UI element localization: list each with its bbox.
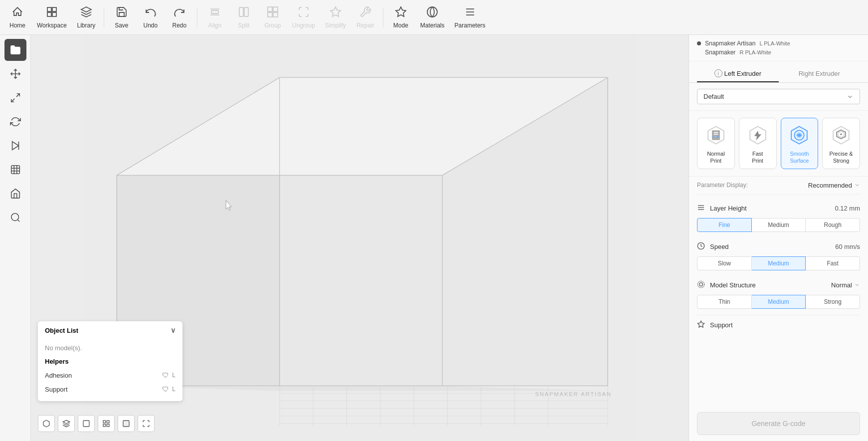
support-icon: [697, 320, 707, 330]
device-indicator: [697, 41, 701, 45]
vp-btn-solid[interactable]: [118, 415, 135, 432]
toolbar-workspace[interactable]: Workspace: [33, 4, 71, 31]
toolbar-home[interactable]: Home: [4, 4, 31, 31]
svg-rect-61: [103, 424, 106, 427]
tab-left-extruder[interactable]: i Left Extruder: [697, 65, 779, 82]
mode-fast-print[interactable]: FastPrint: [739, 118, 777, 169]
toolbar: Home Workspace Library Save: [0, 0, 868, 35]
layer-height-row: Layer Height 0.12 mm: [697, 200, 860, 216]
vp-btn-wireframe[interactable]: [78, 415, 95, 432]
helper-support[interactable]: Support 🛡 L: [45, 382, 175, 396]
toolbar-save[interactable]: Save: [108, 4, 135, 31]
info-icon-left: i: [714, 69, 722, 77]
svg-rect-5: [211, 10, 218, 13]
device-right-label: R: [739, 49, 743, 55]
mode-icon: [395, 6, 407, 20]
model-structure-medium[interactable]: Medium: [752, 295, 806, 309]
model-structure-group: Model Structure Normal Thin Medium Stron…: [697, 276, 860, 309]
svg-marker-19: [12, 142, 18, 150]
vp-btn-cube[interactable]: [38, 415, 55, 432]
profile-section: Default: [689, 83, 868, 111]
print-modes-section: NormalPrint FastPrint: [689, 111, 868, 177]
device-info: Snapmaker Artisan L PLA-White Snapmaker …: [689, 35, 868, 61]
layer-height-fine[interactable]: Fine: [697, 218, 752, 232]
toolbar-repair[interactable]: Repair: [352, 4, 379, 31]
svg-point-22: [11, 214, 18, 221]
sidebar-item-tools[interactable]: [4, 207, 26, 228]
param-display-label: Parameter Display:: [697, 182, 808, 189]
speed-slow[interactable]: Slow: [697, 256, 752, 270]
repair-icon: [359, 6, 371, 20]
vp-btn-collapse[interactable]: [138, 415, 155, 432]
profile-chevron-icon: [847, 93, 854, 100]
toolbar-group[interactable]: Group: [259, 4, 286, 31]
smooth-surface-label: SmoothSurface: [790, 150, 809, 165]
model-structure-label: Model Structure: [710, 281, 831, 289]
sidebar-item-scene[interactable]: [4, 183, 26, 205]
align-icon: [209, 6, 221, 20]
toolbar-align[interactable]: Align: [201, 4, 228, 31]
viewport[interactable]: SNAPMAKER ARTISAN Object List ∨ No model…: [31, 35, 689, 441]
workspace-icon: [46, 6, 58, 20]
toolbar-mode[interactable]: Mode: [387, 4, 414, 31]
object-list-content: No model(s). Helpers Adhesion 🛡 L Suppor…: [38, 339, 182, 401]
model-structure-thin[interactable]: Thin: [697, 295, 752, 309]
svg-rect-60: [107, 421, 109, 423]
speed-row: Speed 60 mm/s: [697, 238, 860, 254]
model-structure-row: Model Structure Normal: [697, 276, 860, 293]
generate-gcode-button[interactable]: Generate G-code: [697, 412, 860, 435]
svg-rect-10: [273, 7, 278, 11]
generate-gcode-label: Generate G-code: [751, 420, 805, 428]
device-row-1: Snapmaker Artisan L PLA-White: [697, 40, 860, 47]
no-models-text: No model(s).: [45, 342, 175, 354]
vp-btn-layer[interactable]: [58, 415, 75, 432]
mode-normal-print[interactable]: NormalPrint: [697, 118, 735, 169]
param-display-dropdown[interactable]: Recommended: [808, 182, 860, 189]
svg-rect-3: [52, 12, 56, 16]
mode-precise-strong[interactable]: Precise &Strong: [822, 118, 860, 169]
model-structure-dropdown[interactable]: Normal: [831, 281, 860, 289]
mode-smooth-surface[interactable]: SmoothSurface: [781, 118, 819, 169]
speed-label: Speed: [710, 243, 835, 250]
device-left-label: L: [759, 40, 762, 46]
toolbar-undo[interactable]: Undo: [137, 4, 164, 31]
helper-adhesion[interactable]: Adhesion 🛡 L: [45, 368, 175, 382]
speed-value: 60 mm/s: [835, 243, 860, 250]
canvas-area[interactable]: SNAPMAKER ARTISAN Object List ∨ No model…: [31, 35, 689, 441]
object-list-panel: Object List ∨ No model(s). Helpers Adhes…: [38, 321, 182, 401]
sidebar-item-folder[interactable]: [4, 39, 26, 61]
speed-fast[interactable]: Fast: [806, 256, 860, 270]
toolbar-split[interactable]: Split: [230, 4, 257, 31]
normal-print-icon: [704, 123, 728, 147]
vp-btn-grid[interactable]: [98, 415, 115, 432]
tab-right-extruder[interactable]: Right Extruder: [779, 65, 861, 82]
toolbar-ungroup[interactable]: Ungroup: [288, 4, 319, 31]
speed-medium[interactable]: Medium: [752, 256, 806, 270]
toolbar-parameters[interactable]: Parameters: [451, 4, 490, 31]
toolbar-simplify[interactable]: Simplify: [321, 4, 350, 31]
svg-rect-2: [47, 12, 51, 16]
group-icon: [267, 6, 279, 20]
device-right-material: PLA-White: [745, 49, 771, 55]
layer-height-rough[interactable]: Rough: [806, 218, 860, 232]
svg-rect-9: [268, 7, 272, 11]
sidebar-item-mirror[interactable]: [4, 135, 26, 157]
sidebar-item-move[interactable]: [4, 63, 26, 85]
object-list-chevron: ∨: [171, 326, 175, 334]
right-panel: Snapmaker Artisan L PLA-White Snapmaker …: [689, 35, 868, 441]
sidebar-item-scale[interactable]: [4, 87, 26, 109]
sidebar-item-support[interactable]: [4, 159, 26, 181]
toolbar-library[interactable]: Library: [73, 4, 100, 31]
toolbar-materials[interactable]: Materials: [416, 4, 449, 31]
toolbar-redo[interactable]: Redo: [166, 4, 193, 31]
profile-dropdown[interactable]: Default: [697, 89, 860, 104]
right-extruder-label: Right Extruder: [799, 70, 840, 77]
model-structure-strong[interactable]: Strong: [806, 295, 860, 309]
object-list-header[interactable]: Object List ∨: [38, 321, 182, 339]
sidebar-item-rotate[interactable]: [4, 111, 26, 133]
shield-support-icon: 🛡: [162, 385, 169, 393]
layer-height-medium[interactable]: Medium: [752, 218, 806, 232]
toolbar-sep-1: [104, 7, 104, 27]
support-row: Support: [697, 315, 860, 335]
svg-rect-12: [273, 12, 278, 17]
